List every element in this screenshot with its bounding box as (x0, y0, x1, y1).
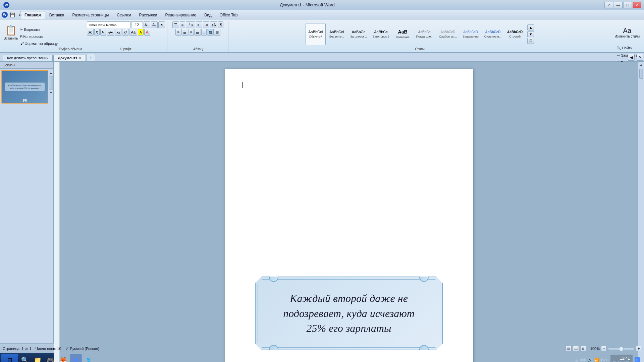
zoom-out-button[interactable]: − (601, 346, 606, 351)
justify-button[interactable]: ☰ (194, 29, 201, 36)
find-button[interactable]: 🔍 Найти (615, 45, 639, 51)
tray-keyboard[interactable]: ⌨ (580, 358, 586, 362)
style-no-spacing[interactable]: AaBbCcI Без инте... (327, 23, 347, 45)
scroll-right-thumb[interactable] (639, 69, 643, 79)
sort-button[interactable]: ↕A (210, 21, 218, 28)
slides-scroll-down[interactable]: ▼ (48, 90, 53, 96)
superscript-button[interactable]: х² (122, 29, 128, 36)
style-heading2[interactable]: AaBbCc Заголовок 2 (370, 23, 392, 45)
styles-down-button[interactable]: ▼ (527, 31, 534, 37)
bold-button[interactable]: Ж (87, 29, 94, 36)
numbering-button[interactable]: ≡ (180, 21, 185, 28)
style-normal[interactable]: AaBbCcI Обычный (306, 23, 326, 45)
undo-quick-button[interactable]: ↩ (17, 11, 24, 18)
border-button[interactable]: ⊟ (214, 29, 220, 36)
line-spacing-button[interactable]: ↕ (201, 29, 207, 36)
tray-chevron[interactable]: △ (576, 358, 578, 362)
slides-scroll-thumb[interactable] (49, 76, 53, 89)
tab-references[interactable]: Ссылки (113, 11, 135, 19)
tray-network[interactable]: 📶 (594, 358, 599, 362)
change-styles-button[interactable]: Аа Изменить стили (613, 21, 641, 44)
styles-more-button[interactable]: ⊡ (527, 38, 534, 44)
notification-icon[interactable]: □ (635, 357, 640, 362)
clock[interactable]: 12:41 25.11.2021 (610, 355, 633, 362)
multilevel-list-button[interactable]: ⋮≡ (186, 21, 195, 28)
tab-view[interactable]: Вид (200, 11, 216, 19)
tab-page-layout[interactable]: Разметка страницы (68, 11, 113, 19)
zoom-slider[interactable] (608, 347, 635, 350)
qat-dropdown-button[interactable]: ▾ (33, 11, 40, 18)
styles-up-button[interactable]: ▲ (527, 24, 534, 31)
tab-office-tab[interactable]: Office Tab (216, 11, 242, 19)
subscript-button[interactable]: х₂ (115, 29, 122, 36)
show-marks-button[interactable]: ¶ (218, 21, 223, 28)
italic-button[interactable]: К (94, 29, 100, 36)
style-heading1[interactable]: AaBbCc Заголовок 1 (348, 23, 369, 45)
style-strict[interactable]: AaBbCcD Строгий (505, 23, 525, 45)
tab-mailings[interactable]: Рассылки (135, 11, 161, 19)
doc-tab-document1[interactable]: Документ1 ✕ (53, 55, 86, 61)
explorer-button[interactable]: 📁 (32, 354, 44, 362)
tab-review[interactable]: Рецензирование (161, 11, 200, 19)
copy-button[interactable]: ⎘ Копировать (19, 33, 59, 40)
align-center-button[interactable]: ☰ (181, 29, 188, 36)
cut-button[interactable]: ✂ Вырезать (19, 26, 59, 33)
strikethrough-button[interactable]: Зч (107, 29, 114, 36)
minimize-button[interactable]: — (614, 2, 623, 8)
tab-close-icon[interactable]: ✕ (79, 56, 82, 60)
clear-format-button[interactable]: ✖ (158, 21, 165, 28)
slides-scroll-up[interactable]: ▲ (48, 70, 53, 75)
redo-quick-button[interactable]: ↪ (25, 11, 32, 18)
doc-tab-new[interactable]: + (87, 54, 95, 61)
text-case-button[interactable]: Аа (129, 29, 137, 36)
paste-button[interactable]: 📋 Вставить (3, 21, 19, 44)
style-emphasis[interactable]: AaBbCcD Выделение (460, 23, 481, 45)
maximize-button[interactable]: □ (623, 2, 632, 8)
view-reading-button[interactable]: 📖 (573, 346, 579, 351)
highlight-button[interactable]: А (138, 29, 144, 36)
tabs-collapse-button[interactable]: ◀ (628, 54, 635, 61)
save-quick-button[interactable]: 💾 (9, 11, 16, 18)
document-view: 321 123 456 789 101112 131415 1617 (54, 62, 644, 343)
font-name-selector[interactable]: Times New Roman (87, 21, 130, 28)
tray-language[interactable]: РУС (601, 358, 608, 362)
document-scroll-area[interactable]: Каждый второй даже не подозревает, куда … (60, 62, 638, 362)
style-subtitle[interactable]: AaBbCci Подзаголо... (414, 23, 436, 45)
tabs-menu-button[interactable]: ✕ (637, 54, 643, 61)
close-button[interactable]: ✕ (633, 2, 641, 8)
slides-list[interactable]: Каждый второй даже не подозревает, куда … (0, 69, 49, 343)
search-button[interactable]: 🔍 (19, 354, 31, 362)
style-strong-emphasis[interactable]: AaBbCcD Сильное в... (482, 23, 504, 45)
bullets-button[interactable]: ☰ (172, 21, 179, 28)
font-size-selector[interactable]: 12 (131, 21, 143, 28)
style-title[interactable]: АаB Название (393, 23, 413, 45)
align-right-button[interactable]: ≡ (189, 29, 194, 36)
font-color-button[interactable]: А (144, 29, 150, 36)
align-left-button[interactable]: ≡ (175, 29, 181, 36)
increase-font-button[interactable]: A+ (144, 21, 150, 28)
decorative-shape[interactable]: Каждый второй даже не подозревает, куда … (255, 277, 443, 350)
zoom-handle[interactable] (619, 347, 624, 351)
doc-tab-presentation[interactable]: Как делать презентации (3, 55, 53, 61)
underline-button[interactable]: Ч (100, 29, 106, 36)
format-painter-button[interactable]: 🖌 Формат по образцу (19, 40, 59, 47)
slide-thumbnail-1[interactable]: Каждый второй даже не подозревает, куда … (1, 70, 48, 104)
help-button[interactable]: ? (604, 2, 613, 8)
tray-volume[interactable]: 🔊 (588, 358, 592, 362)
view-layout-button[interactable]: ⊞ (580, 346, 586, 351)
skype-button[interactable]: S (83, 354, 95, 362)
scroll-right-up[interactable]: ▲ (639, 62, 644, 67)
shading-button[interactable]: ▨ (207, 29, 214, 36)
xbox-button[interactable]: 🎮 (44, 354, 56, 362)
increase-indent-button[interactable]: ⇥ (203, 21, 209, 28)
start-button[interactable]: ⊞ (1, 354, 18, 362)
view-normal-button[interactable]: ⊡ (566, 346, 572, 351)
style-subtle-emphasis[interactable]: AaBbCcD Слабое вы... (437, 23, 459, 45)
firefox-button[interactable]: 🦊 (57, 354, 69, 362)
zoom-in-button[interactable]: + (636, 346, 641, 351)
word-taskbar-button[interactable]: W (70, 354, 82, 362)
decrease-indent-button[interactable]: ⇤ (196, 21, 202, 28)
decrease-font-button[interactable]: A- (151, 21, 158, 28)
replace-button[interactable]: ↔ Заменить (615, 52, 639, 59)
document-page[interactable]: Каждый второй даже не подозревает, куда … (225, 69, 473, 362)
